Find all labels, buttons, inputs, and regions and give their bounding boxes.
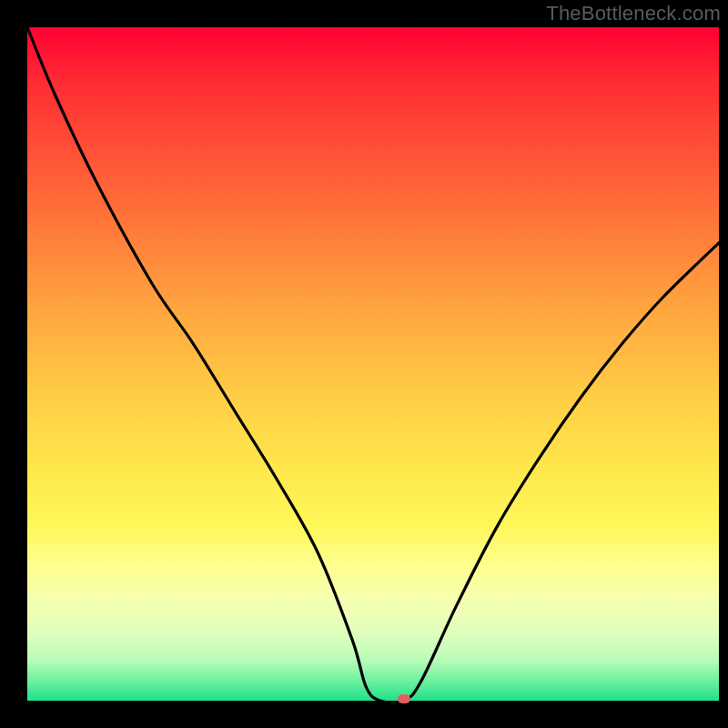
bottleneck-curve	[27, 27, 719, 701]
watermark-text: TheBottleneck.com	[546, 2, 721, 25]
curve-path	[27, 27, 719, 703]
plot-area	[27, 27, 719, 701]
optimum-marker	[398, 694, 410, 703]
chart-frame: TheBottleneck.com	[0, 0, 728, 728]
